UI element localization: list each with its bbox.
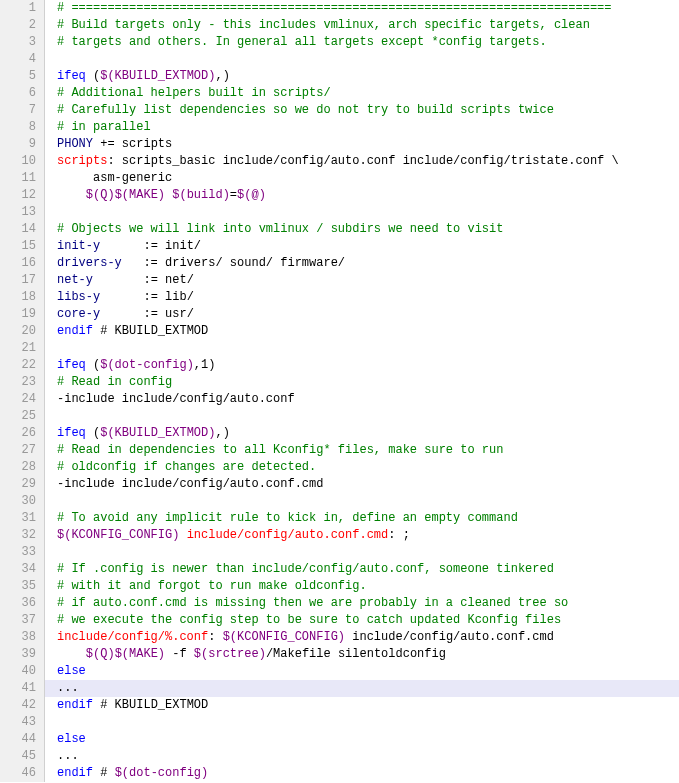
code-content[interactable]: # ======================================… [45, 0, 679, 17]
code-line[interactable]: 46endif # $(dot-config) [0, 765, 679, 782]
line-number: 10 [0, 153, 45, 170]
code-content[interactable]: # Carefully list dependencies so we do n… [45, 102, 679, 119]
code-content[interactable]: PHONY += scripts [45, 136, 679, 153]
code-content[interactable]: # Read in dependencies to all Kconfig* f… [45, 442, 679, 459]
code-line[interactable]: 6# Additional helpers built in scripts/ [0, 85, 679, 102]
code-line[interactable]: 22ifeq ($(dot-config),1) [0, 357, 679, 374]
code-content[interactable] [45, 493, 679, 510]
code-content[interactable]: endif # KBUILD_EXTMOD [45, 323, 679, 340]
code-content[interactable]: else [45, 663, 679, 680]
code-content[interactable]: # Read in config [45, 374, 679, 391]
code-line[interactable]: 32$(KCONFIG_CONFIG) include/config/auto.… [0, 527, 679, 544]
code-content[interactable] [45, 204, 679, 221]
code-editor[interactable]: 1# =====================================… [0, 0, 679, 782]
token: # Build targets only - this includes vml… [57, 18, 590, 32]
code-line[interactable]: 21 [0, 340, 679, 357]
code-line[interactable]: 31# To avoid any implicit rule to kick i… [0, 510, 679, 527]
code-line[interactable]: 4 [0, 51, 679, 68]
code-content[interactable]: -include include/config/auto.conf [45, 391, 679, 408]
code-content[interactable] [45, 51, 679, 68]
code-line[interactable]: 12 $(Q)$(MAKE) $(build)=$(@) [0, 187, 679, 204]
code-line[interactable]: 39 $(Q)$(MAKE) -f $(srctree)/Makefile si… [0, 646, 679, 663]
code-content[interactable] [45, 714, 679, 731]
code-content[interactable]: # If .config is newer than include/confi… [45, 561, 679, 578]
code-line[interactable]: 40else [0, 663, 679, 680]
code-content[interactable]: -include include/config/auto.conf.cmd [45, 476, 679, 493]
code-line[interactable]: 34# If .config is newer than include/con… [0, 561, 679, 578]
code-content[interactable]: # oldconfig if changes are detected. [45, 459, 679, 476]
code-line[interactable]: 5ifeq ($(KBUILD_EXTMOD),) [0, 68, 679, 85]
code-line[interactable]: 37# we execute the config step to be sur… [0, 612, 679, 629]
code-content[interactable]: # targets and others. In general all tar… [45, 34, 679, 51]
code-line[interactable]: 2# Build targets only - this includes vm… [0, 17, 679, 34]
line-number: 29 [0, 476, 45, 493]
code-line[interactable]: 36# if auto.conf.cmd is missing then we … [0, 595, 679, 612]
code-content[interactable]: include/config/%.conf: $(KCONFIG_CONFIG)… [45, 629, 679, 646]
token: endif [57, 766, 93, 780]
code-content[interactable]: endif # KBUILD_EXTMOD [45, 697, 679, 714]
code-content[interactable]: core-y := usr/ [45, 306, 679, 323]
code-line[interactable]: 20endif # KBUILD_EXTMOD [0, 323, 679, 340]
code-line[interactable]: 8# in parallel [0, 119, 679, 136]
code-line[interactable]: 11 asm-generic [0, 170, 679, 187]
code-line[interactable]: 43 [0, 714, 679, 731]
code-content[interactable]: # To avoid any implicit rule to kick in,… [45, 510, 679, 527]
token: else [57, 664, 86, 678]
code-line[interactable]: 41... [0, 680, 679, 697]
code-line[interactable]: 24-include include/config/auto.conf [0, 391, 679, 408]
code-content[interactable]: else [45, 731, 679, 748]
code-content[interactable]: drivers-y := drivers/ sound/ firmware/ [45, 255, 679, 272]
code-line[interactable]: 3# targets and others. In general all ta… [0, 34, 679, 51]
token: ... [57, 749, 79, 763]
code-line[interactable]: 14# Objects we will link into vmlinux / … [0, 221, 679, 238]
code-content[interactable]: ifeq ($(dot-config),1) [45, 357, 679, 374]
code-line[interactable]: 27# Read in dependencies to all Kconfig*… [0, 442, 679, 459]
code-line[interactable]: 28# oldconfig if changes are detected. [0, 459, 679, 476]
code-content[interactable]: ... [45, 680, 679, 697]
code-content[interactable]: net-y := net/ [45, 272, 679, 289]
code-line[interactable]: 19core-y := usr/ [0, 306, 679, 323]
code-line[interactable]: 26ifeq ($(KBUILD_EXTMOD),) [0, 425, 679, 442]
code-content[interactable]: $(Q)$(MAKE) $(build)=$(@) [45, 187, 679, 204]
code-content[interactable] [45, 544, 679, 561]
code-content[interactable]: scripts: scripts_basic include/config/au… [45, 153, 679, 170]
code-content[interactable] [45, 408, 679, 425]
code-content[interactable]: ifeq ($(KBUILD_EXTMOD),) [45, 68, 679, 85]
code-line[interactable]: 29-include include/config/auto.conf.cmd [0, 476, 679, 493]
code-content[interactable]: asm-generic [45, 170, 679, 187]
code-line[interactable]: 45... [0, 748, 679, 765]
code-content[interactable]: $(Q)$(MAKE) -f $(srctree)/Makefile silen… [45, 646, 679, 663]
code-line[interactable]: 10scripts: scripts_basic include/config/… [0, 153, 679, 170]
code-content[interactable]: # we execute the config step to be sure … [45, 612, 679, 629]
code-line[interactable]: 42endif # KBUILD_EXTMOD [0, 697, 679, 714]
code-line[interactable]: 35# with it and forgot to run make oldco… [0, 578, 679, 595]
code-content[interactable]: init-y := init/ [45, 238, 679, 255]
code-content[interactable]: # if auto.conf.cmd is missing then we ar… [45, 595, 679, 612]
code-content[interactable]: ... [45, 748, 679, 765]
line-number: 20 [0, 323, 45, 340]
code-content[interactable]: $(KCONFIG_CONFIG) include/config/auto.co… [45, 527, 679, 544]
code-line[interactable]: 13 [0, 204, 679, 221]
code-line[interactable]: 16drivers-y := drivers/ sound/ firmware/ [0, 255, 679, 272]
code-line[interactable]: 23# Read in config [0, 374, 679, 391]
code-content[interactable]: endif # $(dot-config) [45, 765, 679, 782]
code-line[interactable]: 25 [0, 408, 679, 425]
code-line[interactable]: 44else [0, 731, 679, 748]
code-content[interactable]: # with it and forgot to run make oldconf… [45, 578, 679, 595]
code-content[interactable]: ifeq ($(KBUILD_EXTMOD),) [45, 425, 679, 442]
code-content[interactable]: # in parallel [45, 119, 679, 136]
code-line[interactable]: 18libs-y := lib/ [0, 289, 679, 306]
code-line[interactable]: 33 [0, 544, 679, 561]
code-content[interactable]: # Build targets only - this includes vml… [45, 17, 679, 34]
code-line[interactable]: 9PHONY += scripts [0, 136, 679, 153]
code-line[interactable]: 7# Carefully list dependencies so we do … [0, 102, 679, 119]
code-line[interactable]: 17net-y := net/ [0, 272, 679, 289]
code-content[interactable]: libs-y := lib/ [45, 289, 679, 306]
code-content[interactable]: # Objects we will link into vmlinux / su… [45, 221, 679, 238]
code-line[interactable]: 15init-y := init/ [0, 238, 679, 255]
code-line[interactable]: 30 [0, 493, 679, 510]
code-content[interactable] [45, 340, 679, 357]
code-content[interactable]: # Additional helpers built in scripts/ [45, 85, 679, 102]
code-line[interactable]: 38include/config/%.conf: $(KCONFIG_CONFI… [0, 629, 679, 646]
code-line[interactable]: 1# =====================================… [0, 0, 679, 17]
